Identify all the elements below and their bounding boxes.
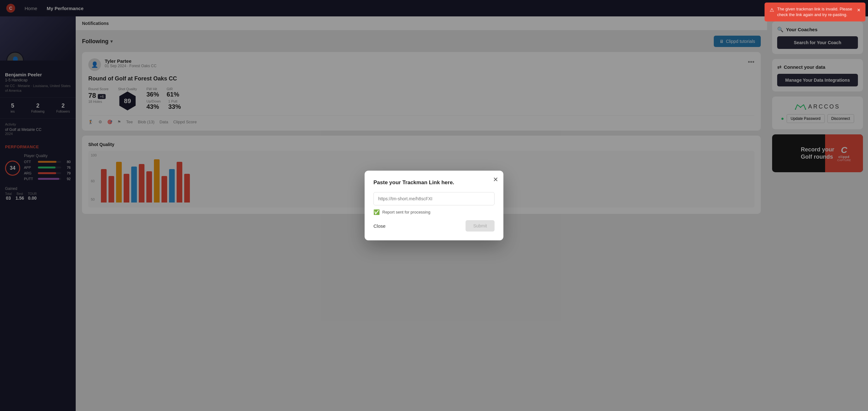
modal-submit-button: Submit bbox=[466, 220, 495, 231]
modal-title: Paste your Trackman Link here. bbox=[373, 180, 495, 186]
error-toast: ⚠ The given trackman link is invalid. Pl… bbox=[765, 2, 866, 22]
success-icon: ✅ bbox=[373, 209, 380, 215]
modal-actions: Close Submit bbox=[373, 220, 495, 231]
trackman-modal: Paste your Trackman Link here. ✕ ✅ Repor… bbox=[365, 171, 503, 240]
trackman-link-input[interactable] bbox=[373, 192, 495, 205]
toast-close-button[interactable]: × bbox=[857, 6, 861, 14]
modal-close-button[interactable]: Close bbox=[373, 223, 385, 229]
modal-success-message: ✅ Report sent for processing bbox=[373, 209, 495, 215]
warning-icon: ⚠ bbox=[770, 7, 774, 13]
modal-close-x-button[interactable]: ✕ bbox=[493, 176, 498, 183]
modal-overlay: Paste your Trackman Link here. ✕ ✅ Repor… bbox=[0, 0, 868, 411]
toast-message: The given trackman link is invalid. Plea… bbox=[777, 6, 854, 18]
